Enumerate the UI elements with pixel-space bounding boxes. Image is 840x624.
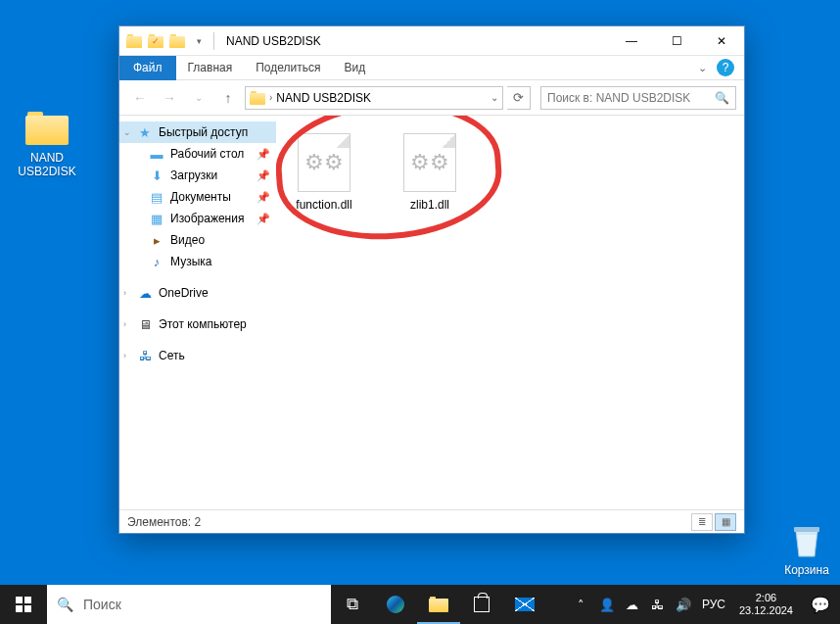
chevron-down-icon: ⌄ <box>123 127 131 137</box>
sidebar-network[interactable]: ›🖧Сеть <box>119 345 276 366</box>
chevron-right-icon: › <box>123 288 126 298</box>
window-icon <box>125 32 143 50</box>
download-icon: ⬇ <box>149 168 164 183</box>
file-item[interactable]: ⚙⚙ zlib1.dll <box>392 133 468 212</box>
cloud-icon: ☁ <box>137 285 153 301</box>
task-view-button[interactable]: ⧉ <box>331 585 374 624</box>
pin-icon: 📌 <box>257 191 270 204</box>
recycle-bin[interactable]: Корзина <box>770 520 840 577</box>
address-bar[interactable]: › NAND USB2DISK ⌄ <box>245 86 503 110</box>
explorer-window: ✓ ▾ NAND USB2DISK — ☐ ✕ Файл Главная Под… <box>118 25 745 534</box>
dll-file-icon: ⚙⚙ <box>298 133 350 192</box>
search-icon: 🔍 <box>715 91 729 105</box>
file-item[interactable]: ⚙⚙ function.dll <box>286 133 362 212</box>
sidebar-downloads[interactable]: ⬇Загрузки📌 <box>119 165 276 186</box>
tab-share[interactable]: Поделиться <box>244 56 332 80</box>
status-text: Элементов: 2 <box>127 515 201 529</box>
qat-properties[interactable]: ✓ <box>147 32 164 50</box>
taskbar-search[interactable]: 🔍Поиск <box>47 585 331 624</box>
file-list-area[interactable]: ⚙⚙ function.dll ⚙⚙ zlib1.dll <box>276 116 744 509</box>
recycle-icon <box>783 520 830 561</box>
tray-onedrive-icon[interactable]: ☁ <box>620 585 645 624</box>
nav-pane: ⌄★Быстрый доступ ▬Рабочий стол📌 ⬇Загрузк… <box>119 116 276 509</box>
svg-rect-0 <box>794 527 819 532</box>
taskbar-edge[interactable] <box>374 585 417 624</box>
network-icon: 🖧 <box>137 348 153 363</box>
help-button[interactable]: ? <box>717 59 734 76</box>
tray-people-icon[interactable]: 👤 <box>594 585 620 624</box>
store-icon <box>474 597 490 612</box>
sidebar-music[interactable]: ♪Музыка <box>119 251 276 272</box>
tab-file[interactable]: Файл <box>119 56 176 80</box>
tray-date: 23.12.2024 <box>739 604 793 617</box>
action-center-button[interactable]: 💬 <box>801 585 840 624</box>
breadcrumb-folder-icon <box>250 91 265 105</box>
dll-file-icon: ⚙⚙ <box>403 133 456 192</box>
video-icon: ▸ <box>149 232 164 248</box>
nav-forward[interactable]: → <box>157 85 182 111</box>
status-bar: Элементов: 2 ≣ ▦ <box>119 509 744 533</box>
titlebar[interactable]: ✓ ▾ NAND USB2DISK — ☐ ✕ <box>119 26 744 56</box>
file-name: zlib1.dll <box>410 198 449 212</box>
pictures-icon: ▦ <box>149 211 164 226</box>
folder-icon <box>429 597 448 612</box>
pin-icon: 📌 <box>257 213 270 225</box>
search-icon: 🔍 <box>57 597 73 612</box>
file-name: function.dll <box>296 198 351 212</box>
desktop-folder-shortcut[interactable]: NAND USB2DISK <box>10 108 84 178</box>
tab-view[interactable]: Вид <box>332 56 377 80</box>
taskbar-search-placeholder: Поиск <box>83 597 121 612</box>
folder-icon <box>23 108 70 149</box>
qat-newfolder[interactable] <box>168 32 186 50</box>
mail-icon <box>515 598 535 611</box>
music-icon: ♪ <box>149 254 164 269</box>
pc-icon: 🖥 <box>137 316 153 332</box>
taskbar-explorer[interactable] <box>417 585 460 624</box>
pin-icon: 📌 <box>257 169 270 182</box>
sidebar-desktop[interactable]: ▬Рабочий стол📌 <box>119 143 276 165</box>
start-button[interactable] <box>0 585 47 624</box>
maximize-button[interactable]: ☐ <box>654 26 699 56</box>
minimize-button[interactable]: — <box>609 26 654 56</box>
refresh-button[interactable]: ⟳ <box>507 86 531 110</box>
ribbon-tabs: Файл Главная Поделиться Вид ⌄ ? <box>119 56 744 80</box>
breadcrumb-dropdown-icon[interactable]: ⌄ <box>490 92 498 103</box>
nav-recent-dropdown[interactable]: ⌄ <box>186 85 211 111</box>
tray-time: 2:06 <box>756 592 776 604</box>
chevron-right-icon: › <box>123 351 126 360</box>
qat-dropdown[interactable]: ▾ <box>190 32 208 50</box>
sidebar-onedrive[interactable]: ›☁OneDrive <box>119 282 276 304</box>
chevron-right-icon: › <box>269 92 272 103</box>
breadcrumb-text: NAND USB2DISK <box>276 91 371 105</box>
close-button[interactable]: ✕ <box>699 26 744 56</box>
sidebar-quick-access[interactable]: ⌄★Быстрый доступ <box>119 121 276 143</box>
ribbon-expand-icon[interactable]: ⌄ <box>698 62 707 74</box>
tray-language[interactable]: РУС <box>696 598 731 611</box>
tray-chevron-up-icon[interactable]: ˄ <box>569 585 594 624</box>
tray-volume-icon[interactable]: 🔊 <box>671 585 696 624</box>
desktop-icon: ▬ <box>149 146 164 162</box>
view-details-button[interactable]: ≣ <box>691 513 713 531</box>
tray-clock[interactable]: 2:06 23.12.2024 <box>731 592 801 617</box>
tray-network-icon[interactable]: 🖧 <box>645 585 671 624</box>
sidebar-this-pc[interactable]: ›🖥Этот компьютер <box>119 313 276 335</box>
sidebar-pictures[interactable]: ▦Изображения📌 <box>119 208 276 229</box>
nav-back[interactable]: ← <box>127 85 153 111</box>
document-icon: ▤ <box>149 189 164 205</box>
desktop-folder-label: NAND USB2DISK <box>10 151 84 178</box>
star-icon: ★ <box>137 124 153 140</box>
taskbar: 🔍Поиск ⧉ ˄ 👤 ☁ 🖧 🔊 РУС 2:06 23.12.2024 💬 <box>0 585 840 624</box>
search-placeholder: Поиск в: NAND USB2DISK <box>547 91 690 105</box>
view-icons-button[interactable]: ▦ <box>715 513 736 531</box>
taskbar-mail[interactable] <box>503 585 546 624</box>
search-input[interactable]: Поиск в: NAND USB2DISK 🔍 <box>540 86 736 110</box>
nav-up[interactable]: ↑ <box>215 85 241 111</box>
sidebar-videos[interactable]: ▸Видео <box>119 229 276 251</box>
nav-toolbar: ← → ⌄ ↑ › NAND USB2DISK ⌄ ⟳ Поиск в: NAN… <box>119 80 744 116</box>
edge-icon <box>387 596 404 613</box>
chevron-right-icon: › <box>123 319 126 329</box>
sidebar-documents[interactable]: ▤Документы📌 <box>119 186 276 208</box>
window-title: NAND USB2DISK <box>226 34 321 48</box>
tab-home[interactable]: Главная <box>176 56 245 80</box>
taskbar-store[interactable] <box>460 585 503 624</box>
